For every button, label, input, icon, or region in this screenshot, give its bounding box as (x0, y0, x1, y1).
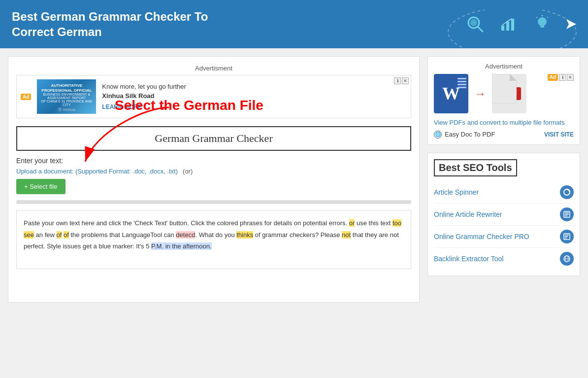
ad-img-logo: ☰ Xinhua (39, 107, 94, 112)
sidebar-ad-close-btn[interactable]: ✕ (567, 74, 574, 81)
pdf-icon: PDF (492, 74, 526, 113)
seo-tool-item-1[interactable]: Online Article Rewriter (434, 204, 574, 226)
header-icons (466, 15, 576, 34)
sidebar-ad-controls: Ad ℹ ✕ (548, 74, 574, 81)
highlight-not: not (342, 231, 351, 239)
svg-line-3 (478, 27, 483, 32)
ad-img-title: AUTHORITATIVE PROFESSIONAL OFFICIAL (39, 83, 94, 93)
sidebar-ad-desc1: View PDFs and convert to multiple (434, 119, 533, 126)
ad-controls: ℹ ✕ (394, 77, 409, 84)
seo-tool-icon-3 (560, 252, 574, 266)
seo-tools-title: Best SEO Tools (434, 159, 517, 176)
seo-tool-name-3: Backlink Extractor Tool (434, 255, 503, 263)
sidebar-ad-info-btn[interactable]: ℹ (559, 74, 566, 81)
highlight-thinks: thinks (236, 231, 253, 239)
seo-tool-name-0: Article Spinner (434, 188, 479, 196)
lightbulb-icon (533, 15, 552, 34)
input-section: Select the German File Enter your text: … (16, 157, 411, 194)
highlight-of2: of (64, 231, 69, 239)
tool-title: German Grammar Checker (16, 126, 411, 151)
seo-tool-name-1: Online Article Rewriter (434, 210, 502, 218)
grammar-icon (563, 233, 571, 241)
seo-tool-icon-2 (560, 230, 574, 243)
page-body: Advertisment Ad AUTHORITATIVE PROFESSION… (0, 48, 588, 310)
input-label: Enter your text: (16, 157, 411, 165)
seo-tool-icon-1 (560, 207, 574, 221)
globe-icon: 🌐 (434, 131, 442, 138)
svg-rect-6 (511, 19, 514, 31)
ad-brand: Xinhua Silk Road (102, 92, 407, 100)
seo-tool-name-2: Online Grammar Checker PRO (434, 233, 529, 241)
progress-bar (16, 200, 411, 204)
sidebar-ad-brand: 🌐 Easy Doc To PDF (434, 131, 495, 138)
ad-cta-link[interactable]: LEARN MORE (102, 103, 142, 110)
file-upload-row: Upload a document: (Supported Format: .d… (16, 168, 411, 175)
or-text: (or) (183, 168, 193, 175)
convert-arrow-icon: → (474, 87, 486, 101)
sidebar-ad-content: Ad ℹ ✕ W → (434, 74, 574, 138)
seo-tool-icon-0 (560, 185, 574, 199)
svg-marker-12 (566, 19, 576, 29)
page-title: Best German Grammar Checker To Correct G… (12, 9, 209, 39)
ad-headline: Know more, let you go further (102, 83, 407, 90)
sidebar-ad: Advertisment Ad ℹ ✕ W (427, 56, 580, 144)
ad-img-sub: BUSINESS ENVIRONMENT &ASSESSMENT REPORTO… (39, 93, 94, 106)
sample-text-p5: the problems that LanguageTool can (69, 231, 176, 239)
sample-text-p7: of grammar checkers? Please (253, 231, 342, 239)
ad-box: Ad AUTHORITATIVE PROFESSIONAL OFFICIAL B… (16, 75, 411, 118)
svg-line-11 (547, 17, 548, 18)
svg-point-2 (470, 19, 477, 26)
highlight-or: or (349, 219, 355, 227)
highlight-of1: of (57, 231, 62, 239)
seo-tools-box: Best SEO Tools Article Spinner Online Ar… (427, 153, 580, 276)
arrow-pointer-icon (566, 19, 576, 29)
ad-section: Advertisment Ad AUTHORITATIVE PROFESSION… (16, 65, 411, 118)
ad-info-btn[interactable]: ℹ (394, 77, 401, 84)
select-file-button[interactable]: + Select file (16, 179, 65, 194)
ad-content: Know more, let you go further Xinhua Sil… (102, 83, 407, 110)
ad-image: AUTHORITATIVE PROFESSIONAL OFFICIAL BUSI… (37, 79, 96, 114)
word-icon: W (434, 74, 468, 113)
word-icon-lines (457, 78, 466, 88)
sample-text-p2: use this text (355, 219, 392, 227)
sidebar: Advertisment Ad ℹ ✕ W (427, 56, 580, 303)
backlink-icon (563, 255, 571, 263)
svg-rect-4 (501, 26, 504, 31)
seo-tool-item-3[interactable]: Backlink Extractor Tool (434, 248, 574, 270)
sidebar-ad-footer: 🌐 Easy Doc To PDF VISIT SITE (434, 131, 574, 138)
visit-site-link[interactable]: VISIT SITE (544, 131, 574, 138)
seo-tool-item-0[interactable]: Article Spinner (434, 181, 574, 204)
svg-rect-8 (540, 26, 544, 28)
svg-line-10 (537, 17, 538, 18)
ad-close-btn[interactable]: ✕ (402, 77, 409, 84)
page-header: Best German Grammar Checker To Correct G… (0, 0, 588, 48)
main-panel: Advertisment Ad AUTHORITATIVE PROFESSION… (8, 56, 420, 303)
sample-text-p1: Paste your own text here and click the '… (24, 219, 349, 227)
ad-badge: Ad (21, 94, 31, 100)
highlight-detecd: detecd (176, 231, 195, 239)
spinner-icon (563, 188, 571, 196)
sample-text-p6: . What do you (195, 231, 236, 239)
ad-label: Advertisment (16, 65, 411, 72)
svg-rect-5 (506, 22, 509, 31)
text-input-area[interactable]: Paste your own text here and click the '… (16, 210, 411, 269)
sidebar-ad-desc-link: file formats (533, 119, 565, 126)
seo-tool-item-2[interactable]: Online Grammar Checker PRO (434, 226, 574, 248)
sidebar-ad-desc: View PDFs and convert to multiple file f… (434, 118, 574, 127)
sidebar-ad-brand-name: Easy Doc To PDF (445, 131, 495, 138)
sidebar-ad-label: Advertisment (434, 63, 574, 70)
rewriter-icon (563, 210, 571, 218)
pdf-page-svg (492, 74, 517, 103)
upload-text: Upload a document: (Supported Format: .d… (16, 168, 178, 175)
chart-icon (499, 15, 518, 34)
highlight-pm: P.M. in the afternoon. (151, 242, 212, 250)
sample-text-p3: an few (34, 231, 57, 239)
sidebar-ad-badge: Ad (548, 74, 558, 81)
search-icon (466, 15, 485, 34)
svg-point-7 (538, 17, 547, 26)
